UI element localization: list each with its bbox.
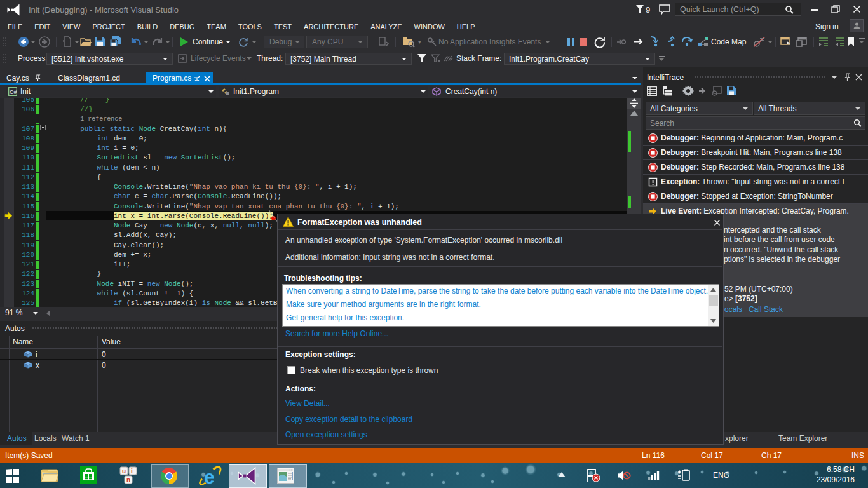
svg-text:u: u xyxy=(122,468,126,475)
svg-text:n: n xyxy=(126,477,130,484)
svg-text:C#: C# xyxy=(10,89,17,95)
svg-text:i: i xyxy=(131,468,133,475)
